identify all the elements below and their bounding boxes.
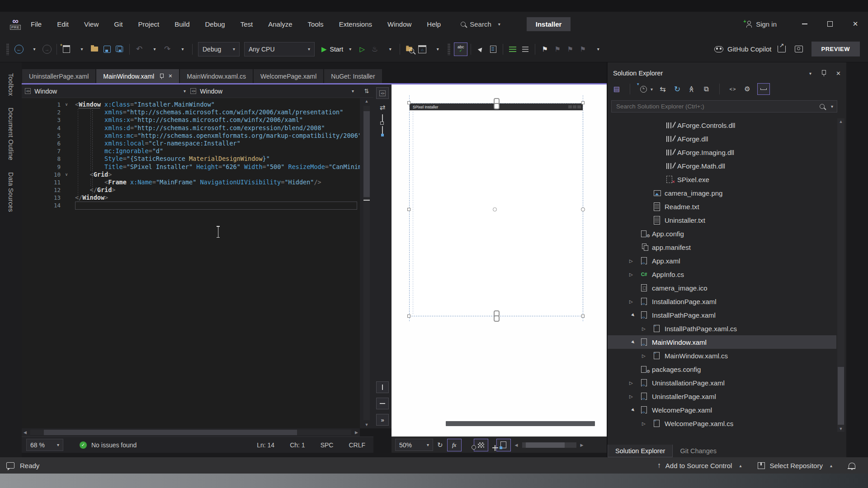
properties-gear-icon[interactable]: ⚙ bbox=[743, 84, 752, 94]
tree-item-installpathpage-xaml-cs[interactable]: ▷InstallPathPage.xaml.cs bbox=[608, 322, 836, 335]
next-bookmark-button[interactable]: ⚑ bbox=[564, 42, 576, 56]
feedback-bubble-icon[interactable] bbox=[6, 462, 14, 469]
redo-button[interactable]: ↷ bbox=[161, 42, 174, 56]
collapsed-arrow-icon[interactable]: ▷ bbox=[642, 421, 654, 426]
expand-pane-icon[interactable]: » bbox=[376, 414, 389, 426]
doc-tab-welcomepage-xaml[interactable]: WelcomePage.xaml bbox=[254, 69, 323, 83]
sign-in-button[interactable]: + Sign in bbox=[745, 20, 777, 28]
search-control[interactable]: Search ▾ bbox=[461, 20, 500, 28]
window-position-icon[interactable]: ▾ bbox=[809, 71, 811, 76]
refresh-icon[interactable]: ↻ bbox=[673, 84, 682, 94]
sync-with-active-document-icon[interactable]: ⇆ bbox=[658, 84, 667, 94]
anchor-chain-icon-top[interactable] bbox=[494, 98, 500, 109]
snapping-toggle[interactable] bbox=[474, 439, 488, 451]
menu-help[interactable]: Help bbox=[427, 20, 441, 28]
switch-views-icon[interactable]: ▤ bbox=[612, 84, 621, 94]
view-code-icon[interactable]: <> bbox=[728, 84, 737, 94]
collapsed-arrow-icon[interactable]: ▷ bbox=[642, 353, 654, 358]
fold-marker-icon[interactable]: ∨ bbox=[61, 171, 72, 178]
design-popout-icon[interactable] bbox=[382, 128, 383, 135]
document-outline-button[interactable] bbox=[487, 42, 500, 56]
menu-project[interactable]: Project bbox=[138, 20, 159, 28]
tree-item-aforge-controls-dll[interactable]: AForge.Controls.dll bbox=[608, 118, 836, 132]
scroll-up-icon[interactable]: ▲ bbox=[365, 98, 369, 105]
tree-item-welcomepage-xaml-cs[interactable]: ▷WelcomePage.xaml.cs bbox=[608, 417, 836, 430]
live-preview-dropdown[interactable]: ▾ bbox=[431, 42, 444, 56]
new-project-button[interactable]: * bbox=[60, 42, 73, 56]
open-file-button[interactable] bbox=[88, 42, 101, 56]
pin-icon[interactable] bbox=[160, 74, 164, 79]
menu-analyze[interactable]: Analyze bbox=[268, 20, 292, 28]
tree-item-uninstallationpage-xaml[interactable]: ▷UninstallationPage.xaml bbox=[608, 376, 836, 389]
save-button[interactable] bbox=[101, 42, 113, 56]
designer-scroll-track[interactable] bbox=[522, 442, 576, 448]
search-options-icon[interactable]: ▾ bbox=[831, 104, 833, 109]
tree-item-uninstallerpage-xaml[interactable]: ▷UninstallerPage.xaml bbox=[608, 389, 836, 403]
tree-item-readme-txt[interactable]: Readme.txt bbox=[608, 200, 836, 213]
editor-zoom-dropdown[interactable]: 68 %▾ bbox=[26, 439, 63, 451]
element-dropdown-right[interactable]: <> Window ▾ bbox=[190, 86, 354, 97]
scrollbar-track[interactable] bbox=[837, 125, 844, 426]
add-to-source-control-button[interactable]: Add to Source Control bbox=[665, 462, 732, 469]
notifications-bell-icon[interactable] bbox=[849, 463, 855, 468]
scroll-up-icon[interactable]: ▲ bbox=[839, 118, 843, 125]
pending-changes-filter-icon[interactable]: ▾ bbox=[639, 84, 648, 94]
panel-tab-solution-explorer[interactable]: Solution Explorer bbox=[608, 445, 673, 457]
pin-icon[interactable] bbox=[821, 70, 826, 76]
undo-dropdown[interactable]: ▾ bbox=[148, 42, 161, 56]
minimize-button[interactable] bbox=[792, 12, 817, 36]
menu-window[interactable]: Window bbox=[387, 20, 411, 28]
effects-toggle[interactable]: fx bbox=[447, 439, 462, 451]
menu-git[interactable]: Git bbox=[114, 20, 123, 28]
tool-tab-toolbox[interactable]: Toolbox bbox=[7, 73, 14, 96]
live-preview-button[interactable]: ⌂ bbox=[416, 42, 429, 56]
start-debug-button[interactable]: ▶ Start ▾ bbox=[321, 45, 351, 53]
design-view-icon[interactable] bbox=[382, 116, 383, 123]
collapsed-arrow-icon[interactable]: ▷ bbox=[629, 380, 641, 385]
properties-window-icon[interactable]: ⧉ bbox=[702, 84, 711, 94]
collapsed-arrow-icon[interactable]: ▷ bbox=[629, 394, 641, 399]
center-anchor-icon[interactable] bbox=[493, 207, 497, 211]
navigate-forward-button[interactable]: → bbox=[41, 42, 53, 56]
tree-item-app-manifest[interactable]: app.manifest bbox=[608, 240, 836, 254]
preview-features-button[interactable]: PREVIEW bbox=[811, 42, 860, 56]
split-vertical-icon[interactable] bbox=[376, 381, 389, 393]
swap-panes-icon[interactable]: ⇄ bbox=[380, 103, 386, 112]
tree-item-aforge-dll[interactable]: AForge.dll bbox=[608, 132, 836, 145]
toggle-bookmark-button[interactable]: ⚑ bbox=[538, 42, 551, 56]
scroll-left-icon[interactable]: ◀ bbox=[515, 441, 518, 449]
resize-handle-bottom-right[interactable] bbox=[581, 314, 585, 318]
tree-item-installationpage-xaml[interactable]: ▷InstallationPage.xaml bbox=[608, 295, 836, 308]
anchor-chain-icon-bottom[interactable] bbox=[494, 310, 500, 322]
redo-dropdown[interactable]: ▾ bbox=[176, 42, 189, 56]
platform-dropdown[interactable]: Any CPU▾ bbox=[244, 42, 315, 56]
clear-bookmarks-button[interactable]: ⚑ bbox=[576, 42, 589, 56]
scrollbar-track[interactable] bbox=[30, 430, 351, 435]
chevron-up-icon[interactable]: ▴ bbox=[739, 463, 741, 468]
scrollbar-thumb[interactable] bbox=[44, 430, 297, 435]
split-horizontal-icon[interactable] bbox=[376, 398, 389, 409]
xaml-designer-canvas[interactable]: SPixel Installer bbox=[392, 84, 628, 453]
start-without-debugging-button[interactable]: ▷ bbox=[356, 42, 368, 56]
issues-status-icon[interactable]: ✓ bbox=[80, 441, 87, 449]
new-project-dropdown[interactable]: ▾ bbox=[75, 42, 88, 56]
tree-item-aforge-math-dll[interactable]: AForge.Math.dll bbox=[608, 159, 836, 173]
restore-button[interactable] bbox=[817, 12, 843, 36]
tree-item-welcomepage-xaml[interactable]: ▼WelcomePage.xaml bbox=[608, 403, 836, 417]
filter-dropdown-icon[interactable]: ▾ bbox=[651, 87, 653, 92]
line-endings-indicator[interactable]: CRLF bbox=[349, 441, 365, 449]
menu-edit[interactable]: Edit bbox=[57, 20, 69, 28]
collapse-all-icon[interactable]: ≪ bbox=[687, 84, 696, 94]
close-icon[interactable]: ✕ bbox=[836, 70, 841, 77]
menu-view[interactable]: View bbox=[84, 20, 99, 28]
tool-tab-data-sources[interactable]: Data Sources bbox=[7, 172, 14, 212]
resize-handle-top-left[interactable] bbox=[407, 101, 410, 104]
scrollbar-thumb[interactable] bbox=[363, 111, 370, 197]
collapsed-arrow-icon[interactable]: ▷ bbox=[629, 299, 641, 304]
start-dropdown[interactable]: ▾ bbox=[349, 47, 351, 52]
hot-reload-button[interactable]: ♨ bbox=[368, 42, 381, 56]
resize-handle-top-right[interactable] bbox=[581, 101, 585, 104]
panel-tab-git-changes[interactable]: Git Changes bbox=[673, 445, 724, 457]
hot-reload-dropdown[interactable]: ▾ bbox=[384, 42, 396, 56]
tree-item-camera-image-ico[interactable]: camera_image.ico bbox=[608, 281, 836, 295]
